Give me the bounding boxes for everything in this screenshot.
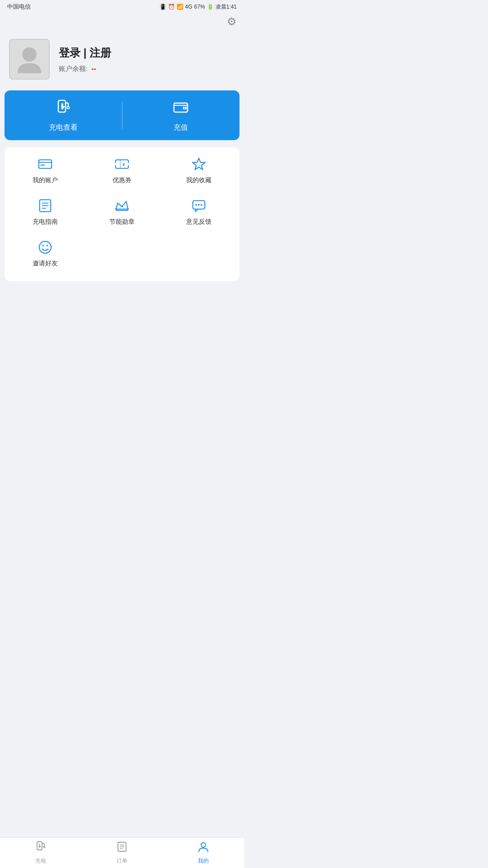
menu-card: 我的账户 ¥ 优惠券 我的收藏	[5, 147, 239, 281]
avatar-silhouette-icon	[14, 43, 45, 75]
menu-item-guide[interactable]: 充电指南	[9, 198, 81, 226]
guide-label: 充电指南	[33, 218, 58, 226]
svg-rect-12	[41, 165, 45, 165]
charge-view-label: 充电查看	[49, 123, 78, 132]
svg-point-9	[184, 107, 186, 108]
avatar[interactable]	[9, 39, 50, 80]
svg-point-31	[39, 241, 51, 253]
profile-section: 登录 | 注册 账户余额: --	[0, 32, 244, 90]
svg-point-30	[201, 204, 202, 206]
time-label: 凌晨1:41	[216, 3, 237, 11]
invite-label: 邀请好友	[33, 259, 58, 268]
vibrate-icon: 📳	[160, 4, 166, 10]
coupon-label: 优惠券	[113, 176, 131, 184]
list-icon	[38, 198, 53, 213]
recharge-button[interactable]: 充值	[122, 90, 240, 140]
charge-view-button[interactable]: 充电查看	[5, 90, 122, 140]
crown-icon	[114, 198, 130, 213]
svg-rect-13	[116, 160, 128, 169]
status-bar: 中国电信 📳 ⏰ 📶 4G 67% 🔋 凌晨1:41	[0, 0, 244, 14]
svg-point-28	[195, 204, 197, 206]
menu-item-invite[interactable]: 邀请好友	[9, 240, 81, 268]
coupon-icon: ¥	[114, 156, 130, 172]
balance-value: --	[91, 65, 96, 73]
card-icon	[38, 156, 53, 172]
wifi-icon: 📶	[177, 4, 183, 10]
favorites-label: 我的收藏	[186, 176, 211, 184]
star-icon	[191, 156, 206, 172]
alarm-icon: ⏰	[168, 4, 175, 10]
svg-point-0	[22, 47, 37, 62]
network-label: 4G	[185, 4, 192, 10]
login-register-button[interactable]: 登录 | 注册	[59, 46, 111, 60]
battery-icon: 🔋	[207, 4, 214, 10]
badge-label: 节能勋章	[109, 218, 135, 226]
status-icons: 📳 ⏰ 📶 4G 67% 🔋 凌晨1:41	[160, 3, 237, 11]
balance-row: 账户余额: --	[59, 65, 111, 73]
smile-icon	[38, 240, 53, 255]
svg-point-6	[67, 106, 69, 108]
svg-text:¥: ¥	[122, 162, 125, 167]
feedback-label: 意见反馈	[186, 218, 211, 226]
profile-info: 登录 | 注册 账户余额: --	[59, 46, 111, 73]
menu-item-badge[interactable]: 节能勋章	[86, 198, 158, 226]
svg-point-26	[127, 208, 129, 210]
account-label: 我的账户	[33, 176, 58, 184]
svg-marker-3	[61, 103, 65, 110]
carrier-label: 中国电信	[7, 3, 31, 11]
wallet-icon	[172, 99, 189, 119]
battery-label: 67%	[194, 4, 205, 10]
menu-item-favorites[interactable]: 我的收藏	[163, 156, 235, 184]
svg-marker-18	[192, 158, 205, 170]
menu-grid: 我的账户 ¥ 优惠券 我的收藏	[9, 156, 235, 268]
settings-bar: ⚙	[0, 14, 244, 32]
svg-point-33	[47, 245, 48, 246]
balance-prefix: 账户余额:	[59, 65, 88, 73]
svg-point-25	[121, 206, 123, 208]
action-banner: 充电查看 充值	[5, 90, 239, 140]
svg-point-29	[198, 204, 200, 206]
chat-icon	[191, 198, 206, 213]
svg-rect-10	[39, 160, 52, 169]
svg-point-32	[42, 245, 44, 246]
menu-item-coupon[interactable]: ¥ 优惠券	[86, 156, 158, 184]
menu-item-account[interactable]: 我的账户	[9, 156, 81, 184]
svg-point-24	[115, 208, 117, 210]
settings-button[interactable]: ⚙	[227, 15, 237, 28]
recharge-label: 充值	[174, 123, 188, 132]
charge-station-icon	[55, 99, 72, 119]
menu-item-feedback[interactable]: 意见反馈	[163, 198, 235, 226]
